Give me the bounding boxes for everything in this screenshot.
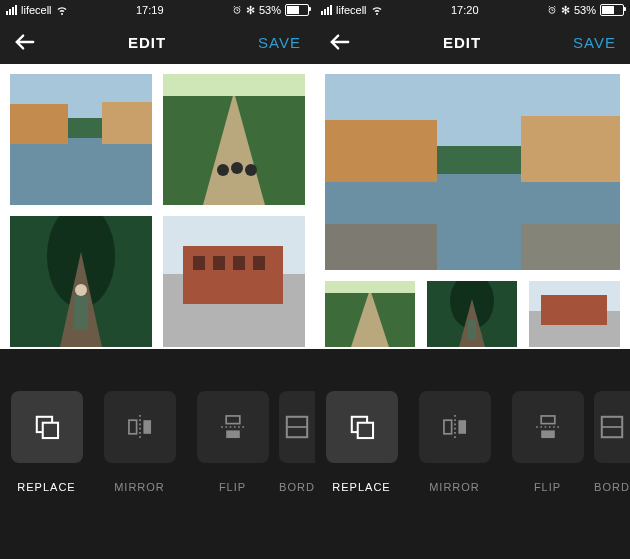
mirror-icon xyxy=(104,391,176,463)
wifi-icon xyxy=(371,4,383,16)
carrier-label: lifecell xyxy=(21,4,52,16)
svg-rect-25 xyxy=(42,423,57,438)
battery-pct: 53% xyxy=(259,4,281,16)
thumb-forest[interactable] xyxy=(427,281,517,347)
border-icon xyxy=(279,391,315,463)
tool-strip: REPLACEMIRRORFLIPBORD xyxy=(0,349,315,559)
tool-strip: REPLACEMIRRORFLIPBORD xyxy=(315,349,630,559)
tool-replace[interactable]: REPLACE xyxy=(315,391,408,541)
svg-rect-56 xyxy=(458,420,466,434)
tile-river[interactable] xyxy=(10,74,152,205)
clock-label: 17:19 xyxy=(136,4,164,16)
flip-icon xyxy=(197,391,269,463)
tool-replace[interactable]: REPLACE xyxy=(0,391,93,541)
nav-bar: EDIT SAVE xyxy=(315,20,630,64)
tool-border[interactable]: BORD xyxy=(594,391,630,541)
right-tools: REPLACEMIRRORFLIPBORD xyxy=(315,391,630,541)
svg-rect-27 xyxy=(128,420,136,434)
tile-river-large[interactable] xyxy=(325,74,620,270)
bluetooth-icon: ✻ xyxy=(561,4,570,17)
thumb-park[interactable] xyxy=(325,281,415,347)
svg-rect-40 xyxy=(325,224,437,270)
tool-label: MIRROR xyxy=(429,481,480,493)
mirror-icon xyxy=(419,391,491,463)
svg-rect-5 xyxy=(68,118,102,138)
svg-point-11 xyxy=(245,164,257,176)
tool-label: BORD xyxy=(279,481,315,493)
svg-rect-15 xyxy=(74,296,88,330)
tool-label: REPLACE xyxy=(17,481,75,493)
tool-label: BORD xyxy=(594,481,630,493)
battery-pct: 53% xyxy=(574,4,596,16)
replace-icon xyxy=(326,391,398,463)
svg-rect-23 xyxy=(253,256,265,270)
screen-feature-edit: lifecell 17:20 ✻ 53% EDIT SAVE xyxy=(315,0,630,559)
svg-rect-51 xyxy=(541,295,607,325)
svg-rect-4 xyxy=(102,102,152,144)
status-bar: lifecell 17:20 ✻ 53% xyxy=(315,0,630,20)
tool-flip[interactable]: FLIP xyxy=(186,391,279,541)
nav-title: EDIT xyxy=(443,34,481,51)
svg-rect-55 xyxy=(443,420,451,434)
svg-point-10 xyxy=(231,162,243,174)
thumb-brick[interactable] xyxy=(529,281,620,347)
svg-rect-39 xyxy=(437,146,521,174)
svg-rect-22 xyxy=(233,256,245,270)
svg-rect-58 xyxy=(541,416,555,424)
layout-canvas xyxy=(315,64,630,349)
flip-icon xyxy=(512,391,584,463)
svg-point-9 xyxy=(217,164,229,176)
svg-rect-8 xyxy=(163,74,305,96)
replace-icon xyxy=(11,391,83,463)
tool-label: FLIP xyxy=(219,481,246,493)
svg-rect-20 xyxy=(193,256,205,270)
svg-point-16 xyxy=(75,284,87,296)
tool-border[interactable]: BORD xyxy=(279,391,315,541)
layout-canvas xyxy=(0,64,315,349)
tool-label: FLIP xyxy=(534,481,561,493)
svg-rect-44 xyxy=(325,281,415,293)
alarm-icon xyxy=(547,5,557,15)
alarm-icon xyxy=(232,5,242,15)
svg-rect-48 xyxy=(468,319,476,339)
svg-rect-28 xyxy=(143,420,151,434)
nav-bar: EDIT SAVE xyxy=(0,20,315,64)
clock-label: 17:20 xyxy=(451,4,479,16)
battery-icon xyxy=(600,4,624,16)
svg-rect-59 xyxy=(541,430,555,438)
screen-grid-edit: lifecell 17:19 ✻ 53% EDIT SAVE xyxy=(0,0,315,559)
svg-rect-2 xyxy=(10,134,152,205)
wifi-icon xyxy=(56,4,68,16)
left-tools: REPLACEMIRRORFLIPBORD xyxy=(0,391,315,541)
back-icon[interactable] xyxy=(14,31,36,53)
svg-rect-3 xyxy=(10,104,68,144)
tool-label: REPLACE xyxy=(332,481,390,493)
svg-rect-30 xyxy=(226,416,240,424)
tool-mirror[interactable]: MIRROR xyxy=(408,391,501,541)
back-icon[interactable] xyxy=(329,31,351,53)
tool-mirror[interactable]: MIRROR xyxy=(93,391,186,541)
svg-rect-41 xyxy=(521,224,620,270)
tool-label: MIRROR xyxy=(114,481,165,493)
signal-icon xyxy=(321,5,332,15)
status-bar: lifecell 17:19 ✻ 53% xyxy=(0,0,315,20)
tile-park[interactable] xyxy=(163,74,305,205)
tile-brick[interactable] xyxy=(163,216,305,347)
border-icon xyxy=(594,391,630,463)
svg-rect-53 xyxy=(357,423,372,438)
signal-icon xyxy=(6,5,17,15)
svg-rect-38 xyxy=(521,116,620,182)
save-button[interactable]: SAVE xyxy=(573,34,616,51)
carrier-label: lifecell xyxy=(336,4,367,16)
svg-rect-31 xyxy=(226,430,240,438)
battery-icon xyxy=(285,4,309,16)
svg-rect-19 xyxy=(183,246,283,304)
nav-title: EDIT xyxy=(128,34,166,51)
bluetooth-icon: ✻ xyxy=(246,4,255,17)
tile-forest[interactable] xyxy=(10,216,152,347)
save-button[interactable]: SAVE xyxy=(258,34,301,51)
tool-flip[interactable]: FLIP xyxy=(501,391,594,541)
svg-rect-37 xyxy=(325,120,437,182)
svg-rect-21 xyxy=(213,256,225,270)
